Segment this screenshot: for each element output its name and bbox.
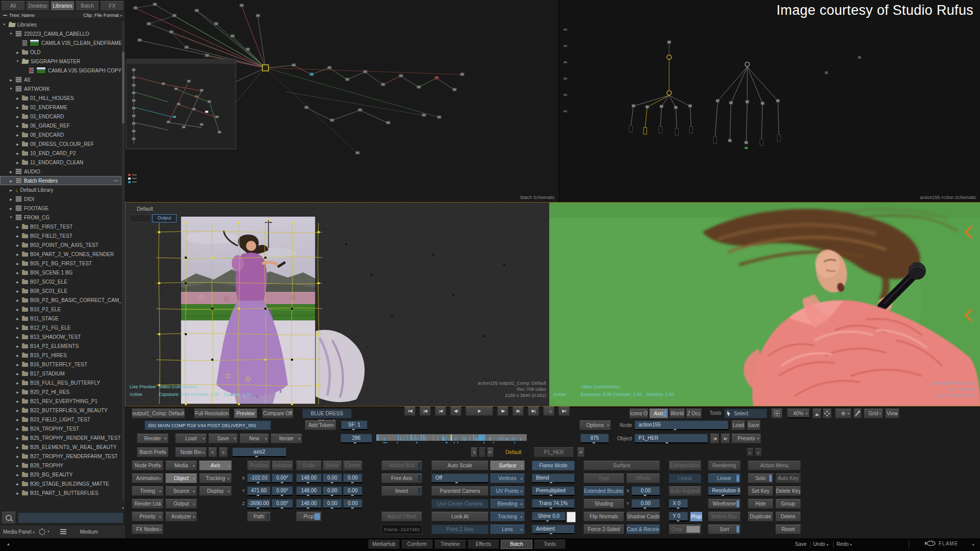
tree-item[interactable]: B06_SCENE 1 BG: [0, 268, 121, 277]
extrap-linear-button[interactable]: Linear: [669, 473, 701, 483]
tab-default[interactable]: Default: [495, 447, 532, 457]
render-linear-button[interactable]: Linear: [708, 473, 741, 483]
tree-item[interactable]: DIDI: [0, 194, 121, 204]
module-tab-batch[interactable]: Batch: [501, 540, 532, 549]
transport-button-3[interactable]: ◀‖: [450, 407, 461, 416]
tree-item[interactable]: B02_FIELD_TEST: [0, 231, 121, 240]
tree-item[interactable]: 220223_CAMILA_CABELLO: [0, 29, 121, 38]
offset-y-field[interactable]: 0.00: [631, 499, 660, 509]
rot-x-field[interactable]: 0.00°: [272, 473, 293, 483]
add-tab-button[interactable]: [577, 447, 584, 457]
expand-arrow-icon[interactable]: [15, 124, 20, 128]
tree-item[interactable]: B04_PART_2_W_CONES_RENDER: [0, 249, 121, 259]
app-menu-icon[interactable]: [972, 543, 974, 547]
centre-y-field[interactable]: 0.00: [343, 486, 362, 496]
playback-options-button[interactable]: Options: [579, 420, 611, 430]
render-motion-blur-toggle[interactable]: Motion Blur: [708, 512, 741, 521]
transport-button-9[interactable]: ▶‖: [558, 407, 570, 416]
module-tab-conform[interactable]: Conform: [401, 540, 433, 549]
current-frame-field[interactable]: 286: [340, 434, 372, 443]
transparency-field[interactable]: Trans 74.1%: [532, 499, 575, 509]
add-token-button[interactable]: Add Token: [305, 420, 336, 430]
world-mode-button[interactable]: World: [669, 409, 685, 418]
expand-arrow-icon[interactable]: [15, 372, 20, 375]
adjust-offset-button[interactable]: Adjust Offset: [381, 512, 422, 521]
expand-arrow-icon[interactable]: [15, 363, 20, 366]
expand-arrow-icon[interactable]: [15, 399, 20, 403]
media-tab-libraries[interactable]: Libraries: [51, 1, 75, 11]
pos-x-field[interactable]: -102.03: [247, 473, 271, 483]
expand-arrow-icon[interactable]: [15, 280, 20, 284]
next-bin-button[interactable]: [219, 447, 228, 457]
tree-item[interactable]: ARTWORK: [0, 84, 121, 93]
node-load-button[interactable]: Load: [731, 420, 745, 430]
expand-arrow-icon[interactable]: [15, 96, 20, 100]
expand-arrow-icon[interactable]: [15, 271, 20, 274]
expand-arrow-icon[interactable]: [9, 170, 13, 173]
frame-offset-field[interactable]: Frame -2147483: [381, 524, 422, 534]
nav-node-prefs[interactable]: Node Prefs: [132, 461, 163, 470]
nav-media[interactable]: Media: [165, 461, 197, 470]
module-tab-effects[interactable]: Effects: [468, 540, 499, 549]
output-view-button[interactable]: Output: [152, 214, 177, 222]
prev-object-button[interactable]: |◀: [710, 434, 719, 443]
pos-z-field[interactable]: -3690.00: [247, 499, 271, 509]
auto-scale-mode-field[interactable]: Off: [431, 473, 488, 483]
centre-view-button[interactable]: ⊕: [835, 409, 851, 418]
tree-item[interactable]: 09_DRESS_COLOUR_REF: [0, 139, 121, 148]
transport-button-7[interactable]: ▶]: [528, 407, 539, 416]
nav-animation[interactable]: Animation: [132, 473, 163, 483]
axis-name-field[interactable]: axis2: [232, 447, 286, 457]
play-button[interactable]: ▶: [465, 407, 493, 416]
nav-timing[interactable]: Timing: [132, 486, 163, 496]
setup-name-field[interactable]: BLUE DRESS TRANS: [302, 409, 352, 418]
nav-axis[interactable]: Axis: [199, 461, 232, 470]
expand-arrow-icon[interactable]: [15, 253, 20, 256]
tree-item[interactable]: CAMILA V35 SIGGRAPH COPY: [0, 66, 121, 75]
uv-points-menu[interactable]: UV Points: [490, 486, 525, 496]
expand-arrow-icon[interactable]: [9, 179, 13, 183]
tree-item[interactable]: FOOTAGE: [0, 204, 121, 213]
batch-schematic[interactable]: Batch Schematic: [125, 0, 559, 202]
context-button[interactable]: [130, 214, 151, 222]
tree-item[interactable]: Libraries: [0, 20, 121, 29]
transport-button-1[interactable]: [◀: [420, 407, 431, 416]
transport-button-8[interactable]: →|: [543, 407, 554, 416]
comp-name-input[interactable]: [144, 420, 271, 430]
expand-arrow-icon[interactable]: [2, 23, 7, 26]
expand-arrow-icon[interactable]: [15, 390, 20, 394]
prev-preset-button[interactable]: [747, 448, 753, 456]
type-button[interactable]: Type: [583, 473, 624, 483]
layout-grid-button[interactable]: [771, 409, 782, 418]
parented-camera-button[interactable]: Parented Camera: [431, 486, 488, 496]
colour-picker-button[interactable]: [853, 409, 862, 418]
expand-arrow-icon[interactable]: [15, 115, 20, 118]
expand-arrow-icon[interactable]: [15, 106, 20, 109]
expand-arrow-icon[interactable]: [15, 289, 20, 293]
tree-item[interactable]: Default Library: [0, 185, 121, 194]
nav-display[interactable]: Display: [199, 486, 232, 496]
shading-button[interactable]: Shading: [583, 499, 624, 509]
media-tab-desktop[interactable]: Desktop: [26, 1, 50, 11]
expand-arrow-icon[interactable]: [15, 381, 20, 385]
shear-z-field[interactable]: 0.00: [323, 499, 342, 509]
auto-key-toggle[interactable]: Auto Key: [775, 473, 801, 483]
invert-toggle[interactable]: Invert: [381, 486, 422, 496]
prev-bin-button[interactable]: [208, 447, 217, 457]
tree-item[interactable]: AUDIO: [0, 167, 121, 176]
expand-arrow-icon[interactable]: [15, 344, 20, 348]
tree-item[interactable]: B21_REV_EVERYTHING_P1: [0, 396, 121, 406]
tree-item[interactable]: B17_STADIUM: [0, 369, 121, 378]
batch-prefs-button[interactable]: Batch Prefs: [137, 447, 168, 457]
tree-item[interactable]: B15_P1_HIRES: [0, 350, 121, 360]
insert-below-icon[interactable]: ↓: [479, 447, 485, 457]
look-at-button[interactable]: Look At: [431, 512, 488, 521]
crop-y-field[interactable]: Y 0: [669, 512, 688, 521]
wireframe-toggle[interactable]: Wireframe: [708, 499, 741, 509]
expand-arrow-icon[interactable]: [15, 225, 20, 229]
zoom-level-selector[interactable]: 40%: [787, 409, 810, 418]
motion-blur-toggle[interactable]: Motion Blur: [381, 461, 422, 470]
nav-object[interactable]: Object: [165, 473, 197, 483]
tree-item[interactable]: SIGGRAPH MASTER: [0, 57, 121, 66]
expand-arrow-icon[interactable]: [15, 133, 20, 137]
